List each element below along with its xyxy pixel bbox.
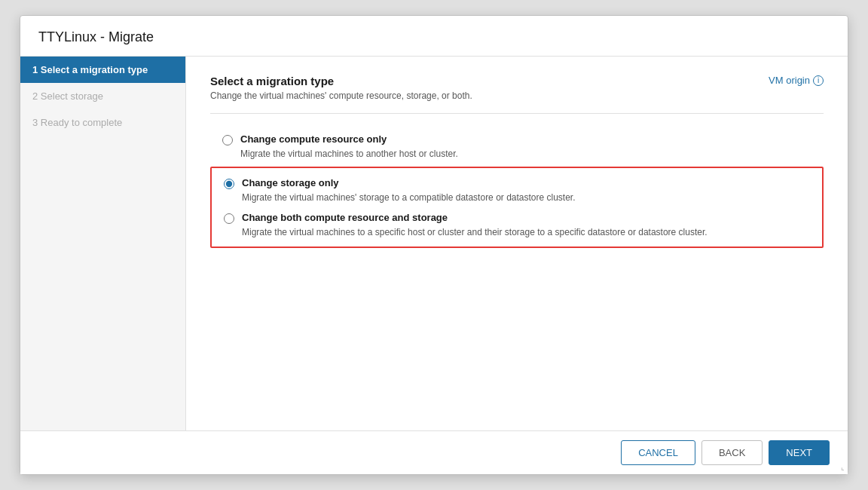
- option-compute-only-row: Change compute resource only: [222, 133, 811, 145]
- section-subtitle: Change the virtual machines' compute res…: [210, 90, 824, 101]
- vm-origin-link[interactable]: VM origin i: [769, 75, 824, 86]
- divider: [210, 113, 824, 114]
- main-content: Select a migration type VM origin i Chan…: [186, 57, 848, 430]
- option-storage-only[interactable]: Change storage only Migrate the virtual …: [224, 177, 810, 203]
- option-compute-only[interactable]: Change compute resource only Migrate the…: [210, 126, 824, 167]
- option-storage-only-row: Change storage only: [224, 177, 810, 189]
- sidebar-item-step3: 3 Ready to complete: [20, 109, 185, 136]
- option-both-desc: Migrate the virtual machines to a specif…: [242, 227, 810, 237]
- resize-corner: ⌞: [841, 463, 845, 471]
- option-compute-only-desc: Migrate the virtual machines to another …: [240, 149, 811, 159]
- option-storage-only-label: Change storage only: [242, 177, 339, 188]
- vm-origin-label: VM origin: [769, 75, 810, 86]
- option-both[interactable]: Change both compute resource and storage…: [224, 212, 810, 237]
- sidebar: 1 Select a migration type 2 Select stora…: [20, 57, 186, 430]
- radio-storage-only[interactable]: [224, 179, 234, 189]
- option-both-label: Change both compute resource and storage: [242, 212, 448, 223]
- dialog-title: TTYLinux - Migrate: [20, 16, 848, 56]
- back-button[interactable]: BACK: [701, 440, 763, 465]
- dialog-footer: CANCEL BACK NEXT: [20, 430, 848, 474]
- info-icon: i: [813, 75, 824, 86]
- sidebar-item-step1[interactable]: 1 Select a migration type: [20, 57, 185, 83]
- radio-both[interactable]: [224, 213, 234, 224]
- migrate-dialog: TTYLinux - Migrate 1 Select a migration …: [20, 15, 848, 475]
- option-compute-only-label: Change compute resource only: [240, 133, 387, 145]
- option-both-row: Change both compute resource and storage: [224, 212, 810, 224]
- section-title: Select a migration type: [210, 75, 334, 87]
- sidebar-item-step2: 2 Select storage: [20, 83, 185, 109]
- option-storage-only-desc: Migrate the virtual machines' storage to…: [242, 192, 810, 203]
- radio-compute-only[interactable]: [222, 135, 233, 145]
- cancel-button[interactable]: CANCEL: [621, 440, 695, 465]
- dialog-body: 1 Select a migration type 2 Select stora…: [20, 56, 848, 430]
- option-selected-group: Change storage only Migrate the virtual …: [210, 167, 824, 248]
- content-header: Select a migration type VM origin i: [210, 75, 824, 87]
- next-button[interactable]: NEXT: [769, 440, 830, 465]
- options-group: Change compute resource only Migrate the…: [210, 126, 824, 248]
